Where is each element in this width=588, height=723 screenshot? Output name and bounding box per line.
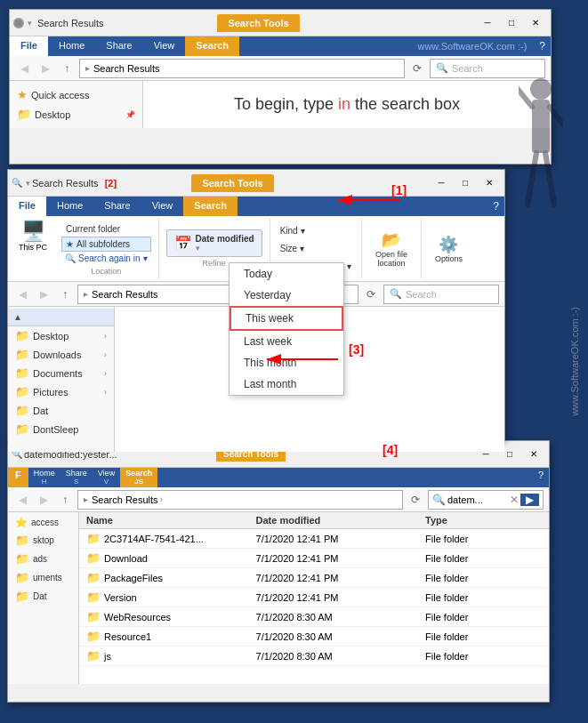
help-button-2[interactable]: ?	[487, 197, 504, 216]
sidebar-item-pictures[interactable]: 📁 Pictures ›	[8, 382, 114, 401]
folder-open-icon: 📂	[382, 230, 401, 250]
tab-home-1[interactable]: Home	[48, 36, 95, 56]
sidebar-label-desktop-1: Desktop	[35, 109, 70, 120]
refresh-button-3[interactable]: ⟳	[407, 491, 424, 509]
arrow-icon-2d: ›	[104, 388, 107, 397]
date-modified-btn[interactable]: 📅 Date modified ▾	[166, 229, 262, 257]
active-tab-2[interactable]: Search Tools	[191, 174, 273, 192]
sidebar-item-downloads[interactable]: 📁 Downloads ›	[8, 345, 114, 364]
active-tab-1[interactable]: Search Tools	[217, 14, 299, 32]
table-row[interactable]: 📁 Version 7/1/2020 12:41 PM File folder	[79, 588, 549, 607]
options-btn[interactable]: ⚙️ Options	[429, 232, 469, 266]
sidebar-3-dat[interactable]: 📁 Dat	[8, 587, 78, 606]
search-go-3[interactable]: ▶	[520, 494, 539, 506]
arrow-svg-3	[258, 347, 347, 372]
table-row[interactable]: 📁 Download 7/1/2020 12:41 PM File folder	[79, 549, 549, 568]
forward-button-2[interactable]: ▶	[35, 285, 52, 303]
tab-share-1[interactable]: Share	[95, 36, 142, 56]
file-name: Resource1	[104, 631, 151, 642]
window-icon-search	[13, 18, 24, 28]
tab-view-3[interactable]: ViewV	[93, 468, 120, 487]
table-row[interactable]: 📁 WebResources 7/1/2020 8:30 AM File fol…	[79, 607, 549, 627]
sidebar-item-dat[interactable]: 📁 Dat	[8, 401, 114, 420]
date-modified-label: Date modified	[196, 234, 254, 244]
forward-button-3[interactable]: ▶	[35, 491, 52, 509]
tab-f-3[interactable]: F	[8, 468, 28, 487]
back-button-3[interactable]: ◀	[13, 491, 31, 509]
sidebar-scroll-indicator: ▲	[8, 309, 114, 326]
close-button-3[interactable]: ✕	[522, 446, 545, 463]
maximize-button-1[interactable]: □	[500, 14, 523, 32]
sidebar-label-downloads: Downloads	[33, 349, 81, 360]
dropdown-arrow-search-again: ▾	[143, 253, 148, 263]
back-button-1[interactable]: ◀	[15, 60, 33, 77]
folder-icon-2a: 📁	[15, 329, 29, 342]
address-box-1[interactable]: ▸ Search Results	[79, 59, 405, 78]
kind-arrow: ▾	[301, 226, 305, 236]
table-row[interactable]: 📁 Resource1 7/1/2020 8:30 AM File folder	[79, 627, 549, 647]
tab-view-1[interactable]: View	[143, 36, 186, 56]
kind-btn[interactable]: Kind ▾	[276, 224, 356, 237]
sidebar-3-desktop[interactable]: 📁 sktop	[8, 531, 78, 550]
quick-access-item[interactable]: ★ Quick access	[10, 84, 142, 105]
folder-icon-2d: 📁	[15, 385, 29, 398]
minimize-button-1[interactable]: ─	[476, 14, 499, 32]
table-row[interactable]: 📁 2C3714AF-7541-421... 7/1/2020 12:41 PM…	[79, 529, 549, 549]
all-subfolders-btn[interactable]: ★ All subfolders	[61, 237, 151, 252]
table-row[interactable]: 📁 js 7/1/2020 8:30 AM File folder	[79, 647, 549, 666]
tab-share-3[interactable]: ShareS	[60, 468, 93, 487]
dropdown-last-month[interactable]: Last month	[230, 374, 343, 395]
table-row[interactable]: 📁 PackageFiles 7/1/2020 12:41 PM File fo…	[79, 568, 549, 588]
address-text-1: Search Results	[93, 63, 160, 74]
dropdown-yesterday[interactable]: Yesterday	[230, 285, 343, 306]
up-button-3[interactable]: ↑	[56, 491, 74, 509]
search-box-3[interactable]: 🔍 datem... ✕ ▶	[428, 490, 544, 510]
tab-home-2[interactable]: Home	[46, 197, 93, 216]
search-box-2[interactable]: 🔍 Search	[383, 285, 499, 304]
sidebar-3-documents[interactable]: 📁 uments	[8, 568, 78, 587]
search-clear-3[interactable]: ✕	[510, 494, 519, 506]
window-title-2: Search Results [2]	[32, 178, 188, 189]
sidebar-3-access-label: access	[31, 518, 59, 527]
location-label: Location	[61, 267, 151, 276]
tab-search-1[interactable]: Search	[185, 36, 239, 56]
forward-button-1[interactable]: ▶	[36, 60, 54, 77]
refresh-button-1[interactable]: ⟳	[408, 60, 426, 77]
tab-file-2[interactable]: File	[8, 197, 46, 216]
sidebar-label-desktop-2: Desktop	[33, 331, 68, 341]
sidebar-item-dontsleep[interactable]: 📁 DontSleep	[8, 420, 114, 438]
back-button-2[interactable]: ◀	[13, 285, 31, 303]
sidebar-3-access[interactable]: ⭐ access	[8, 514, 78, 531]
tab-file-1[interactable]: File	[10, 36, 48, 56]
sidebar-label-dat: Dat	[33, 406, 48, 416]
ribbon-tabs-3: F HomeH ShareS ViewV SearchJS ?	[8, 468, 549, 487]
up-button-2[interactable]: ↑	[56, 285, 74, 303]
minimize-button-2[interactable]: ─	[430, 174, 453, 192]
search-box-1[interactable]: 🔍 Search	[430, 59, 545, 78]
maximize-button-2[interactable]: □	[454, 174, 477, 192]
sidebar-3-downloads[interactable]: 📁 ads	[8, 550, 78, 568]
address-box-3[interactable]: ▸ Search Results ›	[77, 490, 403, 510]
dropdown-today[interactable]: Today	[230, 263, 343, 285]
current-folder-btn[interactable]: Current folder	[61, 221, 151, 237]
sidebar-item-desktop-2[interactable]: 📁 Desktop ›	[8, 326, 114, 345]
close-button-2[interactable]: ✕	[478, 174, 501, 192]
up-button-1[interactable]: ↑	[58, 60, 76, 77]
sidebar-item-desktop-1[interactable]: 📁 Desktop 📌	[10, 105, 142, 124]
refresh-button-2[interactable]: ⟳	[362, 285, 380, 303]
tab-search-3[interactable]: SearchJS	[120, 468, 157, 487]
search-again-btn[interactable]: 🔍 Search again in ▾	[61, 252, 151, 265]
help-button-3[interactable]: ?	[533, 468, 549, 487]
tab-view-2[interactable]: View	[141, 197, 184, 216]
dropdown-this-week[interactable]: This week	[230, 306, 343, 331]
search-again-label: Search again in	[78, 253, 141, 263]
this-pc-icon[interactable]: 🖥️ This PC	[12, 218, 54, 253]
close-button-1[interactable]: ✕	[524, 14, 547, 32]
tab-share-2[interactable]: Share	[93, 197, 141, 216]
help-button-1[interactable]: ?	[534, 36, 551, 56]
size-btn[interactable]: Size ▾	[276, 242, 356, 255]
sidebar-item-documents[interactable]: 📁 Documents ›	[8, 364, 114, 382]
open-file-btn[interactable]: 📂 Open filelocation	[369, 228, 414, 270]
tab-home-3[interactable]: HomeH	[28, 468, 60, 487]
tab-search-2[interactable]: Search	[183, 197, 238, 216]
